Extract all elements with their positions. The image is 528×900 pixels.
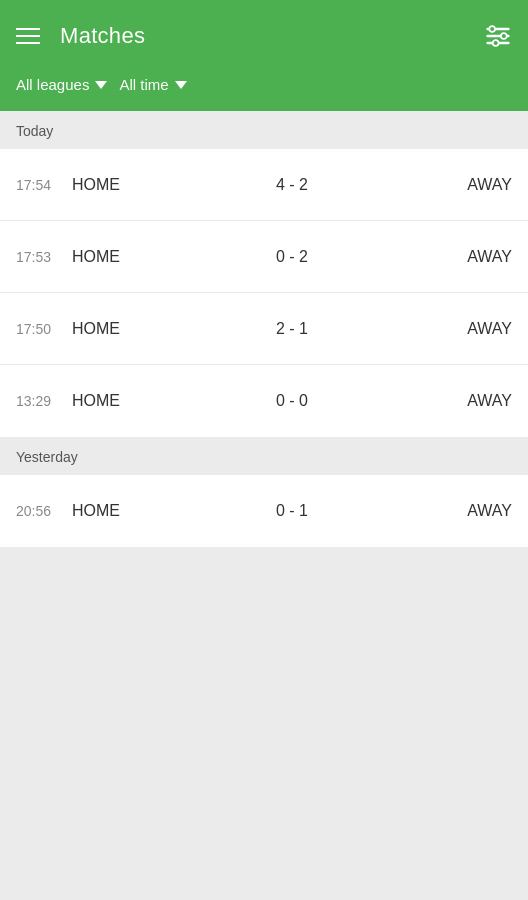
match-away-team: AWAY — [327, 502, 512, 520]
svg-point-4 — [501, 33, 507, 39]
match-away-team: AWAY — [327, 320, 512, 338]
match-list: 20:56 HOME 0 - 1 AWAY — [0, 475, 528, 547]
match-time: 13:29 — [16, 393, 68, 409]
match-time: 17:53 — [16, 249, 68, 265]
leagues-dropdown-arrow — [95, 81, 107, 89]
svg-point-5 — [493, 40, 499, 46]
match-home-team: HOME — [68, 392, 257, 410]
leagues-dropdown[interactable]: All leagues — [16, 72, 107, 97]
table-row[interactable]: 17:50 HOME 2 - 1 AWAY — [0, 293, 528, 365]
match-home-team: HOME — [68, 320, 257, 338]
page-title: Matches — [60, 23, 145, 49]
menu-button[interactable] — [16, 28, 40, 44]
match-away-team: AWAY — [327, 248, 512, 266]
section-header: Yesterday — [0, 437, 528, 475]
filter-settings-button[interactable] — [484, 22, 512, 50]
match-score: 0 - 0 — [257, 392, 327, 410]
match-home-team: HOME — [68, 176, 257, 194]
match-time: 17:50 — [16, 321, 68, 337]
leagues-label: All leagues — [16, 76, 89, 93]
match-away-team: AWAY — [327, 176, 512, 194]
match-home-team: HOME — [68, 502, 257, 520]
match-time: 20:56 — [16, 503, 68, 519]
matches-container: Today 17:54 HOME 4 - 2 AWAY 17:53 HOME 0… — [0, 111, 528, 547]
time-dropdown-arrow — [175, 81, 187, 89]
table-row[interactable]: 13:29 HOME 0 - 0 AWAY — [0, 365, 528, 437]
app-header: Matches — [0, 0, 528, 72]
match-time: 17:54 — [16, 177, 68, 193]
time-dropdown[interactable]: All time — [119, 72, 186, 97]
empty-area — [0, 547, 528, 797]
match-score: 0 - 2 — [257, 248, 327, 266]
filter-bar: All leagues All time — [0, 72, 528, 111]
table-row[interactable]: 17:54 HOME 4 - 2 AWAY — [0, 149, 528, 221]
time-label: All time — [119, 76, 168, 93]
match-score: 4 - 2 — [257, 176, 327, 194]
match-score: 2 - 1 — [257, 320, 327, 338]
table-row[interactable]: 20:56 HOME 0 - 1 AWAY — [0, 475, 528, 547]
match-away-team: AWAY — [327, 392, 512, 410]
svg-point-3 — [489, 26, 495, 32]
section-header: Today — [0, 111, 528, 149]
table-row[interactable]: 17:53 HOME 0 - 2 AWAY — [0, 221, 528, 293]
header-left: Matches — [16, 23, 145, 49]
match-score: 0 - 1 — [257, 502, 327, 520]
match-home-team: HOME — [68, 248, 257, 266]
match-list: 17:54 HOME 4 - 2 AWAY 17:53 HOME 0 - 2 A… — [0, 149, 528, 437]
